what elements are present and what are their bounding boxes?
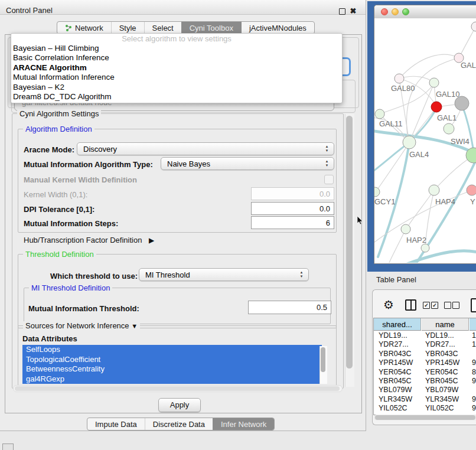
which-threshold-value: MI Threshold <box>145 270 190 279</box>
tab-network[interactable]: Network <box>57 22 111 34</box>
network-node[interactable] <box>467 185 476 195</box>
table-hscrollbar-thumb[interactable] <box>375 415 475 420</box>
mi-steps-field[interactable]: 6 <box>251 216 334 229</box>
network-window-titlebar[interactable] <box>374 5 476 19</box>
tab-jactivemnodules[interactable]: jActiveMNodules <box>241 22 314 34</box>
unchecked-box-icon[interactable] <box>452 302 459 309</box>
tab-style[interactable]: Style <box>111 22 144 34</box>
table-cell: YLR345W <box>379 395 426 404</box>
hub-definition-toggle[interactable]: Hub/Transcription Factor Definition ▶ <box>24 236 154 244</box>
table-row[interactable]: YBL079WYBL079W <box>374 386 476 394</box>
function-builder-icon[interactable] <box>471 298 476 312</box>
network-node[interactable] <box>429 185 439 195</box>
algorithm-option[interactable]: Bayesian – K2 <box>11 83 342 92</box>
tab-select[interactable]: Select <box>144 22 181 34</box>
tab-impute-data[interactable]: Impute Data <box>87 418 145 430</box>
network-node[interactable] <box>431 102 442 112</box>
network-node[interactable] <box>401 224 410 234</box>
algorithm-option[interactable]: Basic Correlation Inference <box>11 53 342 63</box>
table-row[interactable]: YBR043CYBR043C <box>374 350 476 358</box>
attribute-item[interactable]: gal4RGexp <box>22 374 322 384</box>
network-node[interactable] <box>429 78 439 87</box>
network-edge[interactable] <box>407 251 476 263</box>
table-cell: 13 <box>472 331 476 340</box>
manual-kernel-width-checkbox[interactable] <box>324 175 334 184</box>
apply-button[interactable]: Apply <box>158 398 201 412</box>
mi-threshold-field[interactable]: 0.5 <box>248 301 331 314</box>
settings-hscrollbar-thumb[interactable] <box>15 386 340 391</box>
minimize-window-icon[interactable] <box>392 8 399 15</box>
table-cell: YBL079W <box>379 386 426 394</box>
network-edge[interactable] <box>374 144 408 173</box>
algorithm-option[interactable]: Bayesian – Hill Climbing <box>11 44 342 53</box>
cyni-algorithm-settings-title: Cyni Algorithm Settings <box>17 109 101 118</box>
column-header-name[interactable]: name <box>422 318 469 331</box>
network-edge[interactable] <box>459 27 475 58</box>
table-row[interactable]: YER054CYER054C8. <box>374 368 476 377</box>
table-row[interactable]: YIL052CYIL052C9 <box>374 404 476 413</box>
close-panel-icon[interactable]: ✖ <box>350 8 357 15</box>
unchecked-box-icon[interactable] <box>444 302 451 309</box>
network-edge[interactable] <box>399 76 434 83</box>
network-view-window[interactable]: GALGAL80GAL10GAL1GAL11SWI4GAL4GCY1HAP4YH… <box>374 5 476 264</box>
network-node[interactable] <box>375 109 384 119</box>
network-canvas[interactable]: GALGAL80GAL10GAL1GAL11SWI4GAL4GCY1HAP4YH… <box>374 18 476 263</box>
kernel-width-label: Kernel Width (0,1): <box>24 190 87 199</box>
attribute-item[interactable]: SelfLoops <box>22 345 322 355</box>
algorithm-option[interactable]: Dream8 DC_TDC Algorithm <box>11 92 342 102</box>
table-cell: YDR27... <box>379 340 426 349</box>
mi-threshold-label: Mutual Information Threshold: <box>28 304 139 313</box>
sources-title-wrap[interactable]: Sources for Network Inference ▼ <box>23 321 140 330</box>
checked-box-icon[interactable]: ✓ <box>423 302 430 309</box>
table-row[interactable]: YDR27...YDR27...12 <box>374 340 476 349</box>
mi-algorithm-type-combo[interactable]: Naive Bayes ▲▼ <box>161 157 334 170</box>
network-node[interactable] <box>471 22 476 31</box>
gear-icon[interactable]: ⚙ <box>383 298 394 312</box>
algorithm-option[interactable]: Mutual Information Inference <box>11 73 342 82</box>
algorithm-option[interactable]: ARACNE Algorithm <box>11 63 342 73</box>
table-row[interactable]: YLR345WYLR345W9. <box>374 395 476 404</box>
node-label: Y <box>470 197 475 206</box>
columns-icon[interactable] <box>405 299 416 311</box>
chevron-updown-icon: ▲▼ <box>299 270 304 279</box>
attribute-item[interactable]: TopologicalCoefficient <box>22 355 322 365</box>
float-panel-icon[interactable] <box>339 8 346 15</box>
aracne-mode-combo[interactable]: Discovery ▲▼ <box>77 142 334 155</box>
network-node[interactable] <box>444 123 454 134</box>
network-node[interactable] <box>421 244 429 252</box>
column-header-partial[interactable] <box>470 318 476 331</box>
table-hscrollbar-track[interactable] <box>374 415 476 420</box>
dpi-tolerance-field[interactable]: 0.0 <box>251 202 334 215</box>
network-edge[interactable] <box>399 54 459 79</box>
table-row[interactable]: YBR045CYBR045C9. <box>374 377 476 386</box>
table-cell: YIL052C <box>379 404 426 413</box>
collapsed-panel-icon[interactable] <box>2 444 14 450</box>
attributes-vscrollbar-thumb[interactable] <box>321 347 325 372</box>
which-threshold-combo[interactable]: MI Threshold ▲▼ <box>139 268 309 281</box>
table-row[interactable]: YDL19...YDL19...13 <box>374 331 476 340</box>
tab-discretize-data[interactable]: Discretize Data <box>145 418 213 430</box>
kernel-width-field[interactable]: 0.0 <box>251 187 334 200</box>
table-panel-title: Table Panel <box>376 275 416 284</box>
close-window-icon[interactable] <box>381 8 388 15</box>
column-header-shared-name[interactable]: shared... <box>374 318 421 331</box>
tab-cyni-toolbox[interactable]: Cyni Toolbox <box>181 22 241 34</box>
checked-box-icon[interactable]: ✓ <box>431 302 438 309</box>
tab-infer-network[interactable]: Infer Network <box>213 418 274 430</box>
mi-algorithm-type-value: Naive Bayes <box>167 159 210 168</box>
network-edge[interactable] <box>434 156 472 190</box>
network-edge[interactable] <box>376 145 408 192</box>
settings-hscrollbar-track[interactable] <box>13 385 343 392</box>
node-label: GAL80 <box>391 84 415 93</box>
network-node[interactable] <box>395 74 404 83</box>
attribute-item[interactable]: BetweennessCentrality <box>22 364 322 374</box>
zoom-window-icon[interactable] <box>402 8 409 15</box>
network-edge[interactable] <box>389 229 406 263</box>
data-attributes-list[interactable]: SelfLoopsTopologicalCoefficientBetweenne… <box>22 345 327 385</box>
node-table[interactable]: shared... name YDL19...YDL19...13YDR27..… <box>373 318 476 415</box>
table-row[interactable]: YPR145WYPR145W9. <box>374 358 476 367</box>
settings-vscrollbar-thumb[interactable] <box>346 116 353 369</box>
network-node[interactable] <box>374 187 380 197</box>
network-node[interactable] <box>403 136 416 149</box>
table-cell: 9. <box>472 358 476 367</box>
